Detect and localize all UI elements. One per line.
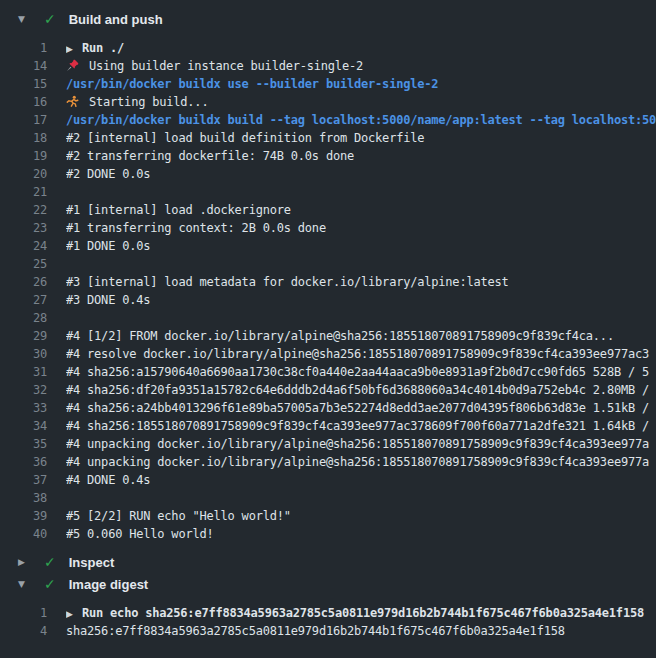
line-number[interactable]: 18 bbox=[0, 129, 47, 147]
section-title: Image digest bbox=[69, 577, 148, 592]
line-number[interactable]: 28 bbox=[0, 309, 47, 327]
section-header-inspect[interactable]: ▶✓Inspect bbox=[0, 551, 656, 573]
log-line: 31#4 sha256:a15790640a6690aa1730c38cf0a4… bbox=[0, 363, 656, 381]
log-line: 26#3 [internal] load metadata for docker… bbox=[0, 273, 656, 291]
log-line-content: #1 DONE 0.0s bbox=[66, 237, 656, 255]
log-line-content: ▶Run echo sha256:e7ff8834a5963a2785c5a08… bbox=[66, 604, 656, 622]
log-line: 28 bbox=[0, 309, 656, 327]
line-number[interactable]: 32 bbox=[0, 381, 47, 399]
log-line-content: #4 [1/2] FROM docker.io/library/alpine@s… bbox=[66, 327, 656, 345]
line-number[interactable]: 24 bbox=[0, 237, 47, 255]
log-text: Starting build... bbox=[89, 95, 208, 109]
log-line-content bbox=[66, 309, 656, 327]
section-header-image-digest[interactable]: ▼✓Image digest bbox=[0, 573, 656, 595]
log-line: 23#1 transferring context: 2B 0.0s done bbox=[0, 219, 656, 237]
workflow-log-viewer: ▼✓Build and push1▶Run ./14Using builder … bbox=[0, 0, 656, 658]
log-line-content: #5 0.060 Hello world! bbox=[66, 525, 656, 543]
log-line-content: Starting build... bbox=[66, 93, 656, 111]
log-line-content: #2 [internal] load build definition from… bbox=[66, 129, 656, 147]
log-line-content: Using builder instance builder-single-2 bbox=[66, 57, 656, 75]
log-line-content bbox=[66, 489, 656, 507]
log-line-content bbox=[66, 255, 656, 273]
line-number[interactable]: 36 bbox=[0, 453, 47, 471]
log-text: #3 DONE 0.4s bbox=[66, 293, 150, 307]
log-text: /usr/bin/docker buildx use --builder bui… bbox=[66, 77, 438, 91]
line-number[interactable]: 26 bbox=[0, 273, 47, 291]
line-number[interactable]: 27 bbox=[0, 291, 47, 309]
line-number[interactable]: 39 bbox=[0, 507, 47, 525]
expand-toggle-open-icon[interactable]: ▼ bbox=[18, 8, 30, 30]
log-text: #4 sha256:a24bb4013296f61e89ba57005a7b3e… bbox=[66, 401, 649, 415]
log-text: #1 DONE 0.0s bbox=[66, 239, 150, 253]
line-number[interactable]: 1 bbox=[0, 604, 47, 622]
log-text: #4 unpacking docker.io/library/alpine@sh… bbox=[66, 437, 649, 451]
line-number[interactable]: 14 bbox=[0, 57, 47, 75]
line-number[interactable]: 35 bbox=[0, 435, 47, 453]
log-text: #4 sha256:df20fa9351a15782c64e6dddb2d4a6… bbox=[66, 383, 649, 397]
log-text: #1 transferring context: 2B 0.0s done bbox=[66, 221, 326, 235]
log-line: 39#5 [2/2] RUN echo "Hello world!" bbox=[0, 507, 656, 525]
line-number[interactable]: 38 bbox=[0, 489, 47, 507]
log-line: 17/usr/bin/docker buildx build --tag loc… bbox=[0, 111, 656, 129]
group-expand-icon[interactable]: ▶ bbox=[66, 40, 82, 57]
log-line: 21 bbox=[0, 183, 656, 201]
pushpin-icon bbox=[66, 57, 89, 75]
log-line-content: #5 [2/2] RUN echo "Hello world!" bbox=[66, 507, 656, 525]
log-line-content: #4 sha256:a24bb4013296f61e89ba57005a7b3e… bbox=[66, 399, 656, 417]
log-block-build-and-push: 1▶Run ./14Using builder instance builder… bbox=[0, 39, 656, 543]
log-line: 32#4 sha256:df20fa9351a15782c64e6dddb2d4… bbox=[0, 381, 656, 399]
line-number[interactable]: 1 bbox=[0, 39, 47, 57]
runner-icon bbox=[66, 93, 89, 111]
log-text: #5 [2/2] RUN echo "Hello world!" bbox=[66, 509, 291, 523]
log-text: /usr/bin/docker buildx build --tag local… bbox=[66, 113, 656, 127]
line-number[interactable]: 30 bbox=[0, 345, 47, 363]
line-number[interactable]: 25 bbox=[0, 255, 47, 273]
log-line: 4sha256:e7ff8834a5963a2785c5a0811e979d16… bbox=[0, 622, 656, 640]
line-number[interactable]: 19 bbox=[0, 147, 47, 165]
log-line-content: sha256:e7ff8834a5963a2785c5a0811e979d16b… bbox=[66, 622, 656, 640]
group-expand-icon[interactable]: ▶ bbox=[66, 605, 82, 622]
expand-toggle-open-icon[interactable]: ▼ bbox=[18, 573, 30, 595]
log-line: 22#1 [internal] load .dockerignore bbox=[0, 201, 656, 219]
log-line: 25 bbox=[0, 255, 656, 273]
line-number[interactable]: 4 bbox=[0, 622, 47, 640]
line-number[interactable]: 34 bbox=[0, 417, 47, 435]
line-number[interactable]: 29 bbox=[0, 327, 47, 345]
success-check-icon: ✓ bbox=[44, 551, 56, 573]
section-header-build-and-push[interactable]: ▼✓Build and push bbox=[0, 8, 656, 30]
log-text: #2 transferring dockerfile: 74B 0.0s don… bbox=[66, 149, 354, 163]
log-line: 33#4 sha256:a24bb4013296f61e89ba57005a7b… bbox=[0, 399, 656, 417]
line-number[interactable]: 33 bbox=[0, 399, 47, 417]
line-number[interactable]: 16 bbox=[0, 93, 47, 111]
line-number[interactable]: 37 bbox=[0, 471, 47, 489]
log-text: #4 resolve docker.io/library/alpine@sha2… bbox=[66, 347, 649, 361]
log-line: 27#3 DONE 0.4s bbox=[0, 291, 656, 309]
log-text: #2 [internal] load build definition from… bbox=[66, 131, 424, 145]
log-line-content: /usr/bin/docker buildx build --tag local… bbox=[66, 111, 656, 129]
log-line: 38 bbox=[0, 489, 656, 507]
log-text: Run echo sha256:e7ff8834a5963a2785c5a081… bbox=[82, 606, 644, 620]
line-number[interactable]: 31 bbox=[0, 363, 47, 381]
success-check-icon: ✓ bbox=[44, 573, 56, 595]
success-check-icon: ✓ bbox=[44, 8, 56, 30]
line-number[interactable]: 15 bbox=[0, 75, 47, 93]
log-text: Run ./ bbox=[82, 41, 124, 55]
line-number[interactable]: 20 bbox=[0, 165, 47, 183]
line-number[interactable]: 22 bbox=[0, 201, 47, 219]
line-number[interactable]: 40 bbox=[0, 525, 47, 543]
log-line-content: #4 sha256:185518070891758909c9f839cf4ca3… bbox=[66, 417, 656, 435]
line-number[interactable]: 21 bbox=[0, 183, 47, 201]
section-title: Inspect bbox=[69, 555, 115, 570]
log-text: sha256:e7ff8834a5963a2785c5a0811e979d16b… bbox=[66, 624, 565, 638]
log-line: 37#4 DONE 0.4s bbox=[0, 471, 656, 489]
log-line-content: /usr/bin/docker buildx use --builder bui… bbox=[66, 75, 656, 93]
log-line-content: #3 DONE 0.4s bbox=[66, 291, 656, 309]
log-line: 24#1 DONE 0.0s bbox=[0, 237, 656, 255]
log-line-content: #4 sha256:df20fa9351a15782c64e6dddb2d4a6… bbox=[66, 381, 656, 399]
log-line-content: ▶Run ./ bbox=[66, 39, 656, 57]
line-number[interactable]: 17 bbox=[0, 111, 47, 129]
line-number[interactable]: 23 bbox=[0, 219, 47, 237]
log-line: 34#4 sha256:185518070891758909c9f839cf4c… bbox=[0, 417, 656, 435]
log-line-content: #4 unpacking docker.io/library/alpine@sh… bbox=[66, 453, 656, 471]
expand-toggle-closed-icon[interactable]: ▶ bbox=[18, 551, 30, 573]
